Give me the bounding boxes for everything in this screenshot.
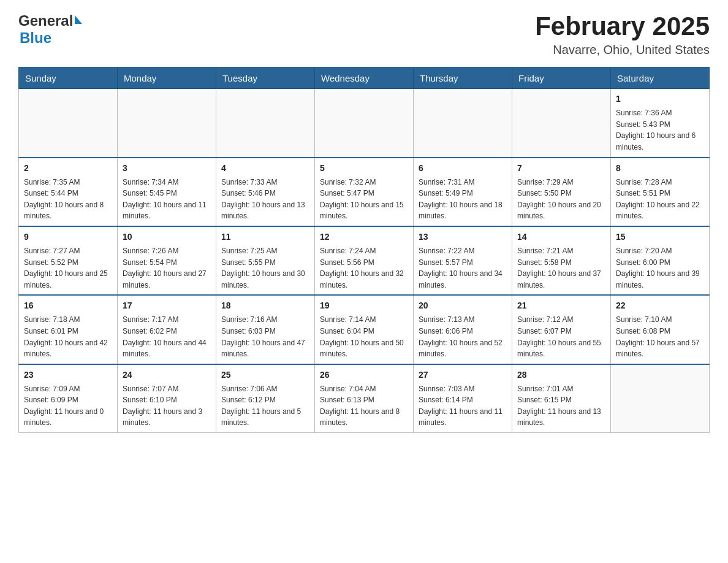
day-number: 14: [517, 231, 605, 243]
day-number: 16: [24, 299, 112, 312]
calendar-day-cell: 9Sunrise: 7:27 AM Sunset: 5:52 PM Daylig…: [19, 226, 118, 295]
calendar-day-cell: 22Sunrise: 7:10 AM Sunset: 6:08 PM Dayli…: [611, 295, 710, 364]
calendar-day-cell: 8Sunrise: 7:28 AM Sunset: 5:51 PM Daylig…: [611, 158, 710, 226]
calendar-day-cell: 14Sunrise: 7:21 AM Sunset: 5:58 PM Dayli…: [512, 226, 611, 295]
day-info: Sunrise: 7:32 AM Sunset: 5:47 PM Dayligh…: [320, 177, 408, 222]
calendar-day-cell: 26Sunrise: 7:04 AM Sunset: 6:13 PM Dayli…: [315, 364, 414, 433]
calendar-day-cell: [512, 89, 611, 158]
day-info: Sunrise: 7:21 AM Sunset: 5:58 PM Dayligh…: [517, 245, 605, 291]
day-info: Sunrise: 7:25 AM Sunset: 5:55 PM Dayligh…: [221, 245, 309, 291]
day-info: Sunrise: 7:13 AM Sunset: 6:06 PM Dayligh…: [419, 314, 507, 359]
logo-text-blue: Blue: [20, 29, 51, 47]
calendar-day-cell: 5Sunrise: 7:32 AM Sunset: 5:47 PM Daylig…: [315, 158, 414, 226]
day-info: Sunrise: 7:29 AM Sunset: 5:50 PM Dayligh…: [517, 177, 605, 222]
day-number: 26: [320, 369, 408, 381]
day-number: 27: [419, 369, 507, 381]
header-monday: Monday: [118, 67, 216, 89]
calendar-day-cell: 18Sunrise: 7:16 AM Sunset: 6:03 PM Dayli…: [216, 295, 315, 364]
day-number: 25: [221, 369, 309, 381]
day-number: 8: [616, 162, 704, 175]
logo-text-general: General: [18, 12, 73, 29]
day-info: Sunrise: 7:27 AM Sunset: 5:52 PM Dayligh…: [24, 245, 112, 291]
day-number: 7: [517, 162, 605, 175]
calendar-day-cell: 20Sunrise: 7:13 AM Sunset: 6:06 PM Dayli…: [414, 295, 512, 364]
header-friday: Friday: [512, 67, 611, 89]
calendar-table: Sunday Monday Tuesday Wednesday Thursday…: [18, 67, 710, 433]
calendar-title: February 2025: [535, 12, 710, 40]
day-info: Sunrise: 7:33 AM Sunset: 5:46 PM Dayligh…: [221, 177, 309, 222]
calendar-week-row: 16Sunrise: 7:18 AM Sunset: 6:01 PM Dayli…: [19, 295, 710, 364]
day-number: 9: [24, 231, 112, 243]
day-number: 4: [221, 162, 309, 175]
calendar-day-cell: 10Sunrise: 7:26 AM Sunset: 5:54 PM Dayli…: [118, 226, 216, 295]
day-info: Sunrise: 7:18 AM Sunset: 6:01 PM Dayligh…: [24, 314, 112, 359]
header-wednesday: Wednesday: [315, 67, 414, 89]
calendar-day-cell: 2Sunrise: 7:35 AM Sunset: 5:44 PM Daylig…: [19, 158, 118, 226]
calendar-day-cell: 6Sunrise: 7:31 AM Sunset: 5:49 PM Daylig…: [414, 158, 512, 226]
calendar-day-cell: 21Sunrise: 7:12 AM Sunset: 6:07 PM Dayli…: [512, 295, 611, 364]
calendar-day-cell: 23Sunrise: 7:09 AM Sunset: 6:09 PM Dayli…: [19, 364, 118, 433]
day-info: Sunrise: 7:10 AM Sunset: 6:08 PM Dayligh…: [616, 314, 704, 359]
day-info: Sunrise: 7:35 AM Sunset: 5:44 PM Dayligh…: [24, 177, 112, 222]
day-info: Sunrise: 7:03 AM Sunset: 6:14 PM Dayligh…: [419, 383, 507, 429]
day-info: Sunrise: 7:26 AM Sunset: 5:54 PM Dayligh…: [123, 245, 211, 291]
day-number: 10: [123, 231, 211, 243]
calendar-day-cell: 7Sunrise: 7:29 AM Sunset: 5:50 PM Daylig…: [512, 158, 611, 226]
day-info: Sunrise: 7:12 AM Sunset: 6:07 PM Dayligh…: [517, 314, 605, 359]
day-info: Sunrise: 7:01 AM Sunset: 6:15 PM Dayligh…: [517, 383, 605, 429]
day-number: 6: [419, 162, 507, 175]
calendar-day-cell: 27Sunrise: 7:03 AM Sunset: 6:14 PM Dayli…: [414, 364, 512, 433]
day-number: 28: [517, 369, 605, 381]
calendar-week-row: 23Sunrise: 7:09 AM Sunset: 6:09 PM Dayli…: [19, 364, 710, 433]
calendar-day-cell: 13Sunrise: 7:22 AM Sunset: 5:57 PM Dayli…: [414, 226, 512, 295]
day-info: Sunrise: 7:04 AM Sunset: 6:13 PM Dayligh…: [320, 383, 408, 429]
calendar-day-cell: 25Sunrise: 7:06 AM Sunset: 6:12 PM Dayli…: [216, 364, 315, 433]
calendar-week-row: 2Sunrise: 7:35 AM Sunset: 5:44 PM Daylig…: [19, 158, 710, 226]
day-number: 23: [24, 369, 112, 381]
header-thursday: Thursday: [414, 67, 512, 89]
header-sunday: Sunday: [19, 67, 118, 89]
calendar-day-cell: 17Sunrise: 7:17 AM Sunset: 6:02 PM Dayli…: [118, 295, 216, 364]
day-number: 19: [320, 299, 408, 312]
calendar-day-cell: [414, 89, 512, 158]
calendar-day-cell: 16Sunrise: 7:18 AM Sunset: 6:01 PM Dayli…: [19, 295, 118, 364]
calendar-day-cell: 3Sunrise: 7:34 AM Sunset: 5:45 PM Daylig…: [118, 158, 216, 226]
day-info: Sunrise: 7:14 AM Sunset: 6:04 PM Dayligh…: [320, 314, 408, 359]
day-number: 13: [419, 231, 507, 243]
day-info: Sunrise: 7:06 AM Sunset: 6:12 PM Dayligh…: [221, 383, 309, 429]
day-info: Sunrise: 7:07 AM Sunset: 6:10 PM Dayligh…: [123, 383, 211, 429]
day-number: 22: [616, 299, 704, 312]
calendar-week-row: 9Sunrise: 7:27 AM Sunset: 5:52 PM Daylig…: [19, 226, 710, 295]
calendar-day-cell: [118, 89, 216, 158]
day-info: Sunrise: 7:09 AM Sunset: 6:09 PM Dayligh…: [24, 383, 112, 429]
day-number: 24: [123, 369, 211, 381]
day-info: Sunrise: 7:34 AM Sunset: 5:45 PM Dayligh…: [123, 177, 211, 222]
day-info: Sunrise: 7:28 AM Sunset: 5:51 PM Dayligh…: [616, 177, 704, 222]
day-number: 17: [123, 299, 211, 312]
day-number: 21: [517, 299, 605, 312]
day-info: Sunrise: 7:36 AM Sunset: 5:43 PM Dayligh…: [616, 107, 704, 153]
day-number: 2: [24, 162, 112, 175]
logo-triangle-icon: [75, 15, 82, 24]
calendar-day-cell: 19Sunrise: 7:14 AM Sunset: 6:04 PM Dayli…: [315, 295, 414, 364]
day-number: 3: [123, 162, 211, 175]
logo: General Blue: [18, 12, 82, 47]
title-block: February 2025 Navarre, Ohio, United Stat…: [535, 12, 710, 57]
day-number: 11: [221, 231, 309, 243]
calendar-week-row: 1Sunrise: 7:36 AM Sunset: 5:43 PM Daylig…: [19, 89, 710, 158]
calendar-day-cell: [315, 89, 414, 158]
calendar-day-cell: 28Sunrise: 7:01 AM Sunset: 6:15 PM Dayli…: [512, 364, 611, 433]
day-info: Sunrise: 7:24 AM Sunset: 5:56 PM Dayligh…: [320, 245, 408, 291]
calendar-day-cell: 1Sunrise: 7:36 AM Sunset: 5:43 PM Daylig…: [611, 89, 710, 158]
day-info: Sunrise: 7:20 AM Sunset: 6:00 PM Dayligh…: [616, 245, 704, 291]
day-number: 1: [616, 93, 704, 105]
calendar-day-cell: 4Sunrise: 7:33 AM Sunset: 5:46 PM Daylig…: [216, 158, 315, 226]
day-info: Sunrise: 7:16 AM Sunset: 6:03 PM Dayligh…: [221, 314, 309, 359]
day-info: Sunrise: 7:22 AM Sunset: 5:57 PM Dayligh…: [419, 245, 507, 291]
day-number: 15: [616, 231, 704, 243]
calendar-day-cell: 12Sunrise: 7:24 AM Sunset: 5:56 PM Dayli…: [315, 226, 414, 295]
calendar-day-cell: 15Sunrise: 7:20 AM Sunset: 6:00 PM Dayli…: [611, 226, 710, 295]
weekday-header-row: Sunday Monday Tuesday Wednesday Thursday…: [19, 67, 710, 89]
day-number: 5: [320, 162, 408, 175]
day-info: Sunrise: 7:31 AM Sunset: 5:49 PM Dayligh…: [419, 177, 507, 222]
